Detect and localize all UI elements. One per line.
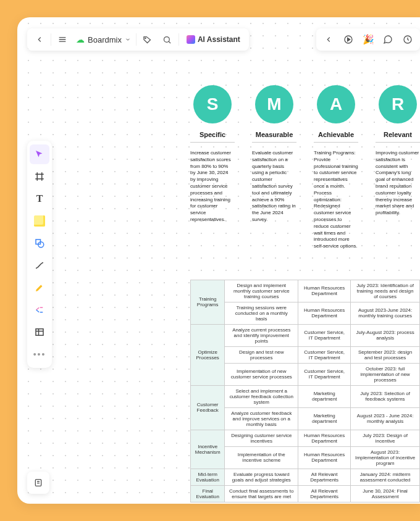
frame-tool[interactable] — [30, 167, 49, 186]
toolbar-right-group: 🎉 — [316, 28, 420, 51]
timeframe-cell: July-August 2023: process analysis — [351, 324, 420, 346]
timeframe-cell: October 2023: full implementation of new… — [351, 363, 420, 385]
smart-circle: A — [317, 85, 355, 123]
canvas-content: S Specific Increase customer satisfactio… — [73, 85, 420, 502]
table-row[interactable]: Training ProgramsDesign and implement mo… — [191, 280, 420, 302]
ai-label: AI Assistant — [198, 35, 240, 44]
action-plan-table[interactable]: Training ProgramsDesign and implement mo… — [190, 280, 420, 502]
task-cell: Design and implement monthly customer se… — [225, 280, 298, 302]
document-title[interactable]: ☁ Boardmix — [72, 35, 135, 44]
dept-cell: All Relevant Departments — [298, 469, 351, 485]
smart-label: Measurable — [256, 131, 293, 138]
table-row[interactable]: Training sessions were conducted on a mo… — [191, 302, 420, 324]
chevron-left-button[interactable] — [319, 30, 338, 49]
divider — [190, 142, 235, 143]
category-cell: Optimize Processes — [191, 324, 225, 385]
dept-cell: All Relevant Departments — [298, 485, 351, 502]
category-cell: Customer Feedback — [191, 385, 225, 430]
toolbar-left-group: ☁ Boardmix AI Assistant — [27, 28, 249, 51]
table-row[interactable]: Implementation of the incentive schemeHu… — [191, 446, 420, 469]
task-cell: Training sessions were conducted on a mo… — [225, 302, 298, 324]
divider — [252, 142, 296, 143]
smart-column[interactable]: A Achievable Training Programs: Provide … — [314, 85, 358, 250]
task-cell: Implementation of the incentive scheme — [225, 446, 298, 469]
text-tool[interactable]: T — [30, 189, 49, 209]
connector-tool[interactable] — [30, 256, 49, 275]
pen-tool[interactable] — [30, 278, 49, 298]
task-cell: Implementation of new customer service p… — [225, 363, 298, 385]
mindmap-tool[interactable] — [30, 300, 49, 320]
brand-name: Boardmix — [88, 35, 122, 44]
dept-cell: Human Resources Department — [298, 280, 351, 302]
menu-button[interactable] — [52, 30, 72, 49]
separator — [178, 33, 179, 46]
dept-cell: Human Resources Department — [298, 446, 351, 469]
timeframe-cell: July 2023: Design of incentive — [351, 430, 420, 446]
timeframe-cell: June 30, 2024: Final Assessment — [351, 485, 420, 502]
timeframe-cell: September 2023: design and test processe… — [351, 346, 420, 363]
history-button[interactable] — [398, 30, 418, 49]
left-toolbar: T ••• — [27, 141, 52, 368]
smart-circle: S — [193, 85, 232, 123]
divider — [376, 142, 420, 143]
app-window: ☁ Boardmix AI Assistant — [17, 17, 420, 504]
smart-circle: M — [255, 85, 293, 123]
smart-description: Training Programs: Provide professional … — [314, 150, 358, 250]
table-row[interactable]: Customer FeedbackSelect and implement a … — [191, 385, 420, 407]
smart-circle: R — [379, 85, 417, 123]
divider — [314, 142, 358, 143]
smart-column[interactable]: R Relevant Improving customer satisfacti… — [376, 85, 420, 250]
shape-tool[interactable] — [30, 233, 49, 253]
dept-cell: Human Resources Department — [298, 430, 351, 446]
timeframe-cell: August 2023-June 2024: monthly training … — [351, 302, 420, 324]
task-cell: Select and implement a customer feedback… — [225, 385, 298, 407]
svg-point-4 — [164, 36, 170, 42]
table-row[interactable]: Final EvaluationConduct final assessment… — [191, 485, 420, 502]
timeframe-cell: January 2024: midterm assessment conduct… — [351, 469, 420, 485]
table-row[interactable]: Optimize ProcessesAnalyze current proces… — [191, 324, 420, 346]
table-tool[interactable] — [30, 322, 49, 342]
task-cell: Conduct final assessments to ensure that… — [225, 485, 298, 502]
task-cell: Analyze current processes and identify i… — [225, 324, 298, 346]
table-row[interactable]: Mid-term EvaluationEvaluate progress tow… — [191, 469, 420, 485]
play-button[interactable] — [338, 30, 358, 49]
category-cell: Training Programs — [191, 280, 225, 324]
smart-column[interactable]: S Specific Increase customer satisfactio… — [190, 85, 235, 250]
note-icon — [34, 215, 45, 227]
dept-cell: Human Resources Department — [298, 302, 351, 324]
svg-point-3 — [145, 38, 146, 38]
svg-line-16 — [36, 310, 40, 312]
category-cell: Mid-term Evaluation — [191, 469, 225, 485]
select-tool[interactable] — [30, 144, 49, 164]
dept-cell: Customer Service, IT Department — [298, 324, 351, 346]
smart-column[interactable]: M Measurable Evaluate customer satisfact… — [252, 85, 296, 250]
celebrate-button[interactable]: 🎉 — [358, 30, 378, 49]
task-cell: Analyze customer feedback and improve se… — [225, 407, 298, 430]
pages-button[interactable] — [27, 472, 49, 494]
more-tools-button[interactable]: ••• — [30, 344, 49, 364]
separator — [136, 33, 136, 46]
svg-rect-19 — [36, 329, 43, 336]
sticky-note-tool[interactable] — [30, 211, 49, 231]
table-row[interactable]: Incentive MechanismDesigning customer se… — [191, 430, 420, 446]
task-cell: Designing customer service incentives — [225, 430, 298, 446]
chevron-down-icon — [125, 36, 131, 43]
smart-goals-row: S Specific Increase customer satisfactio… — [73, 85, 420, 250]
table-row[interactable]: Design and test new processesCustomer Se… — [191, 346, 420, 363]
table-row[interactable]: Analyze customer feedback and improve se… — [191, 407, 420, 430]
ai-logo-icon — [187, 35, 195, 44]
search-button[interactable] — [158, 30, 177, 49]
comment-button[interactable] — [378, 30, 398, 49]
cloud-sync-icon: ☁ — [76, 35, 85, 44]
smart-label: Achievable — [318, 131, 354, 138]
task-cell: Design and test new processes — [225, 346, 298, 363]
category-cell: Final Evaluation — [191, 485, 225, 502]
timeframe-cell: July 2023: Identification of training ne… — [351, 280, 420, 302]
separator — [51, 33, 51, 46]
smart-description: Evaluate customer satisfaction on a quar… — [252, 150, 296, 223]
table-row[interactable]: Implementation of new customer service p… — [191, 363, 420, 385]
tag-button[interactable] — [138, 30, 158, 49]
category-cell: Incentive Mechanism — [191, 430, 225, 469]
back-button[interactable] — [30, 30, 49, 49]
ai-assistant-button[interactable]: AI Assistant — [180, 35, 246, 44]
